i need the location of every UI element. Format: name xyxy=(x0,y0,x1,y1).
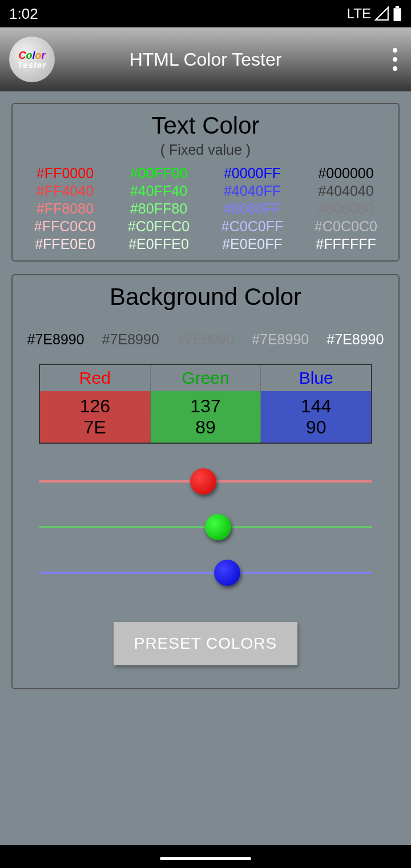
background-color-title: Background Color xyxy=(18,283,393,311)
red-slider[interactable] xyxy=(39,467,372,496)
red-decimal: 126 xyxy=(40,396,150,417)
rgb-header: Red Green Blue xyxy=(40,365,371,391)
status-indicators: LTE xyxy=(347,6,402,22)
rgb-header-red: Red xyxy=(40,365,151,391)
background-color-panel: Background Color #7E8990#7E8990#7E8990#7… xyxy=(11,274,400,689)
app-title: HTML Color Tester xyxy=(0,49,411,70)
swatch-row: #FF0000#00FF00#0000FF#000000 xyxy=(18,165,393,182)
text-color-grid: #FF0000#00FF00#0000FF#000000#FF4040#40FF… xyxy=(18,165,393,252)
rgb-header-green: Green xyxy=(151,365,261,391)
color-swatch: #80FF80 xyxy=(112,200,206,217)
color-swatch: #FFC0C0 xyxy=(18,218,112,235)
green-slider-thumb[interactable] xyxy=(205,514,231,540)
color-swatch: #404040 xyxy=(299,183,393,199)
color-swatch: #00FF00 xyxy=(112,165,206,182)
swatch-row: #FFC0C0#C0FFC0#C0C0FF#C0C0C0 xyxy=(18,218,393,235)
color-swatch: #000000 xyxy=(299,165,393,182)
rgb-cell-green: 137 89 xyxy=(151,391,261,443)
blue-hex: 90 xyxy=(261,417,371,438)
color-swatch: #C0C0C0 xyxy=(299,218,393,235)
color-swatch: #FF8080 xyxy=(18,200,112,217)
color-swatch: #C0FFC0 xyxy=(112,218,206,235)
color-swatch: #E0E0FF xyxy=(206,236,299,252)
svg-rect-0 xyxy=(394,8,401,21)
app-logo: Color Tester xyxy=(9,37,55,82)
blue-slider[interactable] xyxy=(39,558,372,588)
rgb-cell-blue: 144 90 xyxy=(261,391,371,443)
sliders xyxy=(39,467,372,588)
green-hex: 89 xyxy=(151,417,261,438)
text-color-panel: Text Color ( Fixed value ) #FF0000#00FF0… xyxy=(11,103,400,262)
nav-handle[interactable] xyxy=(160,857,251,860)
green-slider[interactable] xyxy=(39,512,372,542)
status-bar: 1:02 LTE xyxy=(0,0,411,27)
bg-hex-sample: #7E8990 xyxy=(102,331,159,348)
rgb-cell-red: 126 7E xyxy=(40,391,151,443)
content-area: Text Color ( Fixed value ) #FF0000#00FF0… xyxy=(0,91,411,845)
green-decimal: 137 xyxy=(151,396,261,417)
rgb-table: Red Green Blue 126 7E 137 89 144 90 xyxy=(39,364,372,444)
color-swatch: #8080FF xyxy=(206,200,299,217)
color-swatch: #FFE0E0 xyxy=(18,236,112,252)
blue-slider-thumb[interactable] xyxy=(214,560,240,586)
red-slider-thumb[interactable] xyxy=(190,468,216,495)
network-label: LTE xyxy=(347,6,371,22)
overflow-menu-icon[interactable] xyxy=(393,48,397,71)
color-swatch: #4040FF xyxy=(206,183,299,199)
swatch-row: #FF4040#40FF40#4040FF#404040 xyxy=(18,183,393,199)
app-bar: Color Tester HTML Color Tester xyxy=(0,27,411,91)
color-swatch: #0000FF xyxy=(206,165,299,182)
color-swatch: #C0C0FF xyxy=(206,218,299,235)
battery-icon xyxy=(393,6,402,21)
swatch-row: #FFE0E0#E0FFE0#E0E0FF#FFFFFF xyxy=(18,236,393,252)
color-swatch: #E0FFE0 xyxy=(112,236,206,252)
text-color-subtitle: ( Fixed value ) xyxy=(18,142,393,158)
preset-colors-button[interactable]: PRESET COLORS xyxy=(114,622,298,665)
red-hex: 7E xyxy=(40,417,150,438)
blue-slider-track xyxy=(39,572,372,574)
status-time: 1:02 xyxy=(9,5,38,23)
bg-hex-sample: #7E8990 xyxy=(327,331,384,348)
svg-rect-1 xyxy=(396,6,400,8)
color-swatch: #40FF40 xyxy=(112,183,206,199)
bg-hex-sample: #7E8990 xyxy=(252,331,309,348)
signal-icon xyxy=(374,6,389,21)
color-swatch: #FF0000 xyxy=(18,165,112,182)
background-hex-samples: #7E8990#7E8990#7E8990#7E8990#7E8990 xyxy=(18,331,393,348)
color-swatch: #FFFFFF xyxy=(299,236,393,252)
text-color-title: Text Color xyxy=(18,112,393,139)
rgb-header-blue: Blue xyxy=(261,365,371,391)
navigation-bar xyxy=(0,845,411,868)
blue-decimal: 144 xyxy=(261,396,371,417)
rgb-values: 126 7E 137 89 144 90 xyxy=(40,391,371,443)
bg-hex-sample: #7E8990 xyxy=(27,331,84,348)
color-swatch: #808080 xyxy=(299,200,393,217)
bg-hex-sample: #7E8990 xyxy=(177,331,234,348)
swatch-row: #FF8080#80FF80#8080FF#808080 xyxy=(18,200,393,217)
color-swatch: #FF4040 xyxy=(18,183,112,199)
